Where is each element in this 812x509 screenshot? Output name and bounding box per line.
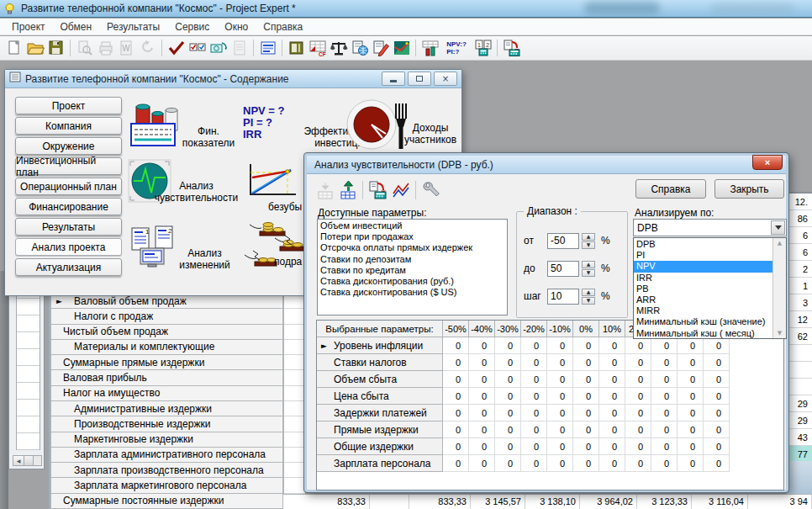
analyze-by-combobox[interactable]: DPB xyxy=(633,219,787,236)
participants-income-label[interactable]: Доходы участников xyxy=(393,122,467,146)
value-cell[interactable]: 0 xyxy=(495,422,521,438)
scroll-up-icon[interactable]: ▲ xyxy=(778,238,782,248)
spin-down-icon[interactable]: ▼ xyxy=(582,269,595,277)
range-input-от[interactable] xyxy=(547,233,579,249)
value-cell[interactable]: 0 xyxy=(625,354,651,371)
close-dialog-button[interactable]: Закрыть xyxy=(714,179,784,199)
menu-item-Окно[interactable]: Окно xyxy=(217,19,256,34)
scroll-down-icon[interactable]: ▼ xyxy=(778,328,782,338)
nav-button-Актуализация[interactable]: Актуализация xyxy=(15,258,122,276)
help-button[interactable]: Справка xyxy=(635,179,706,199)
chart-icon[interactable] xyxy=(391,39,412,58)
spinner[interactable]: ▲▼ xyxy=(582,289,595,305)
value-cell[interactable]: 0 xyxy=(443,354,469,371)
tools-icon[interactable] xyxy=(419,179,442,200)
spin-down-icon[interactable]: ▼ xyxy=(582,297,595,305)
export-calc-icon[interactable] xyxy=(501,39,522,58)
doc-money-icon[interactable] xyxy=(349,39,370,58)
menu-item-Сервис[interactable]: Сервис xyxy=(167,19,217,34)
value-cell[interactable]: 0 xyxy=(573,438,599,455)
value-cell[interactable]: 0 xyxy=(469,438,495,455)
value-cell[interactable]: 0 xyxy=(678,422,704,438)
value-cell[interactable]: 0 xyxy=(651,455,678,472)
cashflow-table-icon[interactable]: CF xyxy=(307,39,328,58)
value-cell[interactable]: 0 xyxy=(547,371,573,388)
changes-analysis-label[interactable]: Анализ изменений xyxy=(165,247,245,271)
value-cell[interactable]: 0 xyxy=(573,422,599,438)
value-cell[interactable]: 0 xyxy=(469,455,495,472)
value-cell[interactable]: 0 xyxy=(573,371,599,388)
menu-item-Результаты[interactable]: Результаты xyxy=(99,19,167,34)
value-cell[interactable]: 0 xyxy=(443,455,469,472)
param-list-item[interactable]: Ставки по кредитам xyxy=(318,265,507,276)
value-cell[interactable]: 0 xyxy=(625,422,651,438)
value-cell[interactable]: 0 xyxy=(678,438,704,455)
spin-up-icon[interactable]: ▲ xyxy=(582,261,595,268)
value-cell[interactable]: 0 xyxy=(704,354,730,371)
value-cell[interactable]: 0 xyxy=(599,455,625,472)
value-cell[interactable]: 0 xyxy=(495,354,521,371)
value-cell[interactable]: 0 xyxy=(521,422,547,438)
calc-pages-icon[interactable]: 12 xyxy=(472,39,493,58)
value-cell[interactable]: 0 xyxy=(521,337,547,354)
breakeven-icon[interactable] xyxy=(244,162,299,203)
dropdown-scrollbar[interactable]: ▲ ▼ xyxy=(772,238,786,338)
table-chart-icon[interactable] xyxy=(419,39,440,58)
value-cell[interactable]: 0 xyxy=(625,337,651,354)
value-cell[interactable]: 0 xyxy=(573,388,599,405)
departments-label[interactable]: подра xyxy=(274,256,308,268)
compare-icon[interactable] xyxy=(187,39,208,58)
nav-button-Анализ проекта[interactable]: Анализ проекта xyxy=(15,238,122,256)
spin-down-icon[interactable]: ▼ xyxy=(582,241,595,249)
spin-up-icon[interactable]: ▲ xyxy=(582,289,595,296)
spinner[interactable]: ▲▼ xyxy=(582,233,595,249)
nav-button-Результаты[interactable]: Результаты xyxy=(15,218,122,236)
value-cell[interactable]: 0 xyxy=(443,371,469,388)
new-doc-icon[interactable] xyxy=(3,39,24,58)
value-cell[interactable]: 0 xyxy=(521,405,547,422)
value-cell[interactable]: 0 xyxy=(599,422,625,438)
value-cell[interactable]: 0 xyxy=(495,388,521,405)
value-cell[interactable]: 0 xyxy=(547,455,573,472)
value-cell[interactable]: 0 xyxy=(469,405,495,422)
value-cell[interactable]: 0 xyxy=(599,371,625,388)
value-cell[interactable]: 0 xyxy=(704,455,730,472)
param-list-item[interactable]: Ставки по депозитам xyxy=(318,254,507,265)
value-cell[interactable]: 0 xyxy=(599,405,625,422)
param-list-item[interactable]: Объем инвестиций xyxy=(318,220,507,231)
scroll-left-button[interactable]: ◀ xyxy=(13,456,24,465)
value-cell[interactable]: 0 xyxy=(469,337,495,354)
value-cell[interactable]: 0 xyxy=(573,337,599,354)
dropdown-option[interactable]: NPV xyxy=(634,261,772,272)
value-cell[interactable]: 0 xyxy=(495,438,521,455)
dropdown-option[interactable]: DPB xyxy=(634,239,772,250)
value-cell[interactable]: 0 xyxy=(625,405,651,422)
value-cell[interactable]: 0 xyxy=(521,438,547,455)
value-cell[interactable]: 0 xyxy=(443,438,469,455)
value-cell[interactable]: 0 xyxy=(547,337,573,354)
dropdown-option[interactable]: Минимальный кэш (значение) xyxy=(634,316,772,327)
scrollbar-thumb[interactable] xyxy=(24,456,34,465)
value-cell[interactable]: 0 xyxy=(443,405,469,422)
value-cell[interactable]: 0 xyxy=(704,388,730,405)
value-cell[interactable]: 0 xyxy=(651,438,678,455)
doc-edit-icon[interactable] xyxy=(370,39,391,58)
value-cell[interactable]: 0 xyxy=(651,422,678,438)
save-icon[interactable] xyxy=(45,39,66,58)
value-cell[interactable]: 0 xyxy=(443,388,469,405)
value-cell[interactable]: 0 xyxy=(678,405,704,422)
npv-pi-icon[interactable]: NPV:?PI:? xyxy=(440,39,472,58)
minimize-button[interactable] xyxy=(382,72,405,86)
value-cell[interactable]: 0 xyxy=(704,337,730,354)
value-cell[interactable]: 0 xyxy=(651,354,678,371)
report-icon[interactable] xyxy=(366,179,389,200)
value-cell[interactable]: 0 xyxy=(651,388,678,405)
nav-button-Инвестиционный план[interactable]: Инвестиционный план xyxy=(15,157,122,175)
value-cell[interactable]: 0 xyxy=(469,422,495,438)
dropdown-option[interactable]: MIRR xyxy=(634,305,772,316)
value-cell[interactable]: 0 xyxy=(573,405,599,422)
value-cell[interactable]: 0 xyxy=(495,371,521,388)
menu-item-Проект[interactable]: Проект xyxy=(4,19,53,34)
value-cell[interactable]: 0 xyxy=(521,388,547,405)
param-list-item[interactable]: Отсрочка оплаты прямых издержек xyxy=(318,242,507,253)
